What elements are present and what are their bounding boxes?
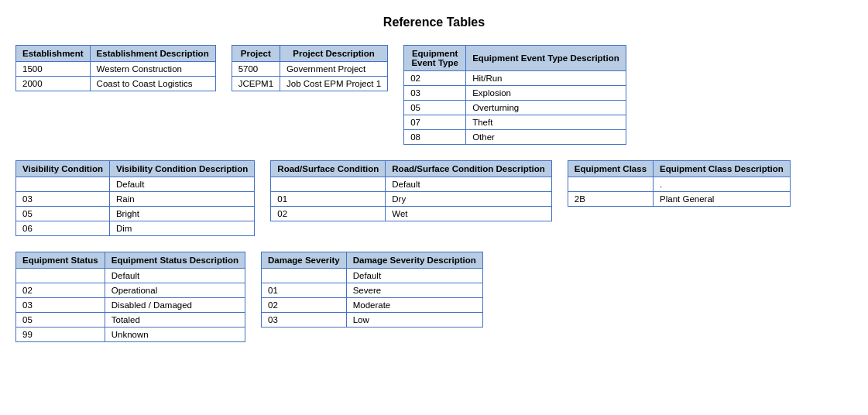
table-cell-code: 03 [261,313,346,328]
table-cell-description: Theft [466,115,626,130]
table-cell-description: Overturning [466,101,626,115]
table-cell-code: 02 [16,283,105,298]
table-cell-code [16,177,110,192]
table-cell-code: 06 [16,221,110,236]
table-row: 99Unknown [16,328,245,342]
table-cell-code: 02 [271,207,386,221]
table-cell-description: Dim [109,221,254,236]
es-col1-header: Equipment Status [16,252,105,269]
table-row: Default [16,177,255,192]
table-cell-code: 1500 [16,62,91,77]
page-title: Reference Tables [15,15,853,29]
table-cell-code: 01 [271,192,386,207]
table-cell-code: 08 [404,130,466,145]
table-cell-description: Disabled / Damaged [105,298,245,313]
table-row: 01Dry [271,192,551,207]
table-cell-code: 02 [404,71,466,86]
table-cell-code: 03 [16,298,105,313]
table-cell-code: 03 [16,192,110,207]
table-row: 2BPlant General [568,192,790,207]
table-cell-code [261,269,346,283]
table-cell-description: Government Project [280,62,388,77]
table-cell-description: Severe [346,283,482,298]
table-row: 03Disabled / Damaged [16,298,245,313]
table-cell-description: Default [386,177,551,192]
page-content: Reference Tables Establishment Establish… [15,15,853,342]
table-cell-description: Unknown [105,328,245,342]
table-cell-description: Totaled [105,313,245,328]
damage-severity-table: Damage Severity Damage Severity Descript… [261,252,483,328]
road-surface-table: Road/Surface Condition Road/Surface Cond… [270,160,551,221]
ec-col1-header: Equipment Class [568,161,653,177]
table-row: 03Rain [16,192,255,207]
equipment-status-table: Equipment Status Equipment Status Descri… [15,252,245,342]
table-cell-description: Wet [386,207,551,221]
table-cell-code: 05 [16,207,110,221]
table-row: 06Dim [16,221,255,236]
ds-col1-header: Damage Severity [261,252,346,269]
project-table: Project Project Description 5700Governme… [232,45,388,91]
table-row: . [568,177,790,192]
table-cell-code [16,269,105,283]
rs-col1-header: Road/Surface Condition [271,161,386,177]
table-cell-description: Plant General [654,192,791,207]
table-row: 02Hit/Run [404,71,626,86]
table-row: 01Severe [261,283,482,298]
table-row: 08Other [404,130,626,145]
table-row: 02Moderate [261,298,482,313]
table-row: 07Theft [404,115,626,130]
table-row: 5700Government Project [232,62,387,77]
table-cell-code: 03 [404,86,466,101]
table-cell-description: Low [346,313,482,328]
vc-col2-header: Visibility Condition Description [109,161,254,177]
table-row: Default [271,177,551,192]
table-cell-description: Coast to Coast Logistics [90,77,215,91]
table-cell-description: Dry [386,192,551,207]
establishment-table: Establishment Establishment Description … [15,45,216,91]
tables-row-1: Establishment Establishment Description … [15,45,853,145]
eet-col2-header: Equipment Event Type Description [466,46,626,71]
table-cell-code: 01 [261,283,346,298]
table-row: 1500Western Construction [16,62,216,77]
table-row: 05Overturning [404,101,626,115]
table-cell-code [568,177,653,192]
table-cell-description: Default [109,177,254,192]
visibility-condition-table: Visibility Condition Visibility Conditio… [15,160,255,236]
ec-col2-header: Equipment Class Description [654,161,791,177]
table-cell-code: JCEPM1 [232,77,280,91]
table-row: 03Low [261,313,482,328]
table-cell-description: Explosion [466,86,626,101]
table-cell-description: Default [105,269,245,283]
table-cell-description: Other [466,130,626,145]
table-cell-description: Moderate [346,298,482,313]
table-cell-description: . [654,177,791,192]
table-cell-code: 5700 [232,62,280,77]
table-row: 02Operational [16,283,245,298]
equipment-class-table: Equipment Class Equipment Class Descript… [568,160,791,207]
table-cell-description: Operational [105,283,245,298]
ds-col2-header: Damage Severity Description [346,252,482,269]
table-cell-code: 2B [568,192,653,207]
table-row: 05Totaled [16,313,245,328]
table-row: 05Bright [16,207,255,221]
table-row: Default [16,269,245,283]
table-cell-description: Bright [109,207,254,221]
table-row: 2000Coast to Coast Logistics [16,77,216,91]
table-cell-description: Job Cost EPM Project 1 [280,77,388,91]
project-col2-header: Project Description [280,46,388,62]
eet-col1-header: Equipment Event Type [404,46,466,71]
table-row: Default [261,269,482,283]
table-cell-code: 05 [16,313,105,328]
table-cell-code: 07 [404,115,466,130]
table-row: 03Explosion [404,86,626,101]
table-row: JCEPM1Job Cost EPM Project 1 [232,77,387,91]
rs-col2-header: Road/Surface Condition Description [386,161,551,177]
table-cell-description: Default [346,269,482,283]
table-cell-code: 2000 [16,77,91,91]
table-cell-description: Hit/Run [466,71,626,86]
table-cell-code: 99 [16,328,105,342]
table-cell-description: Western Construction [90,62,215,77]
table-cell-description: Rain [109,192,254,207]
table-row: 02Wet [271,207,551,221]
tables-row-2: Visibility Condition Visibility Conditio… [15,160,853,236]
